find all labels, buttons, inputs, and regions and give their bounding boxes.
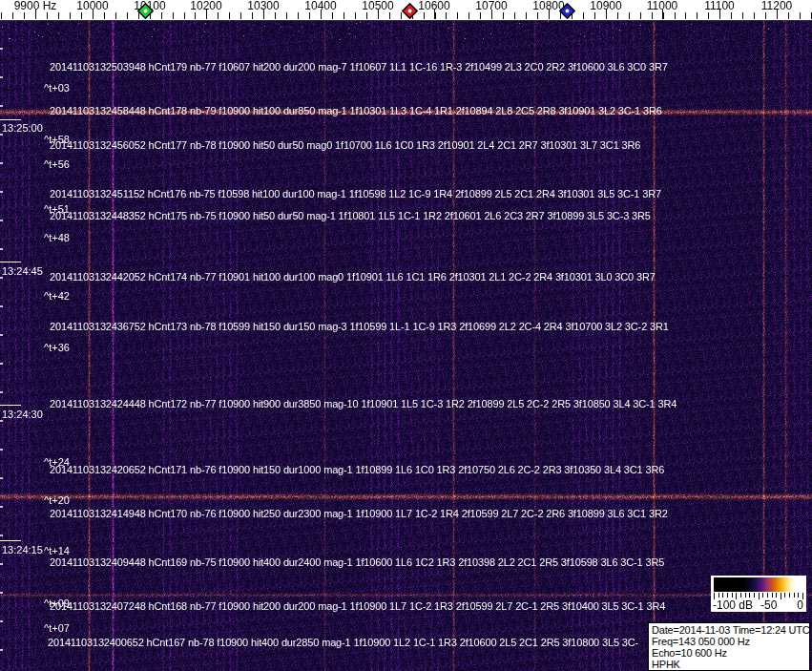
- time-offset-label: ^t+24: [44, 457, 70, 468]
- ruler-minor-tick: [70, 12, 71, 19]
- echo-data-line: 20141103132409448 hCnt169 nb-75 f10900 h…: [50, 557, 664, 568]
- ruler-minor-tick: [788, 12, 789, 19]
- ruler-minor-tick: [640, 12, 641, 19]
- left-edge-tick: [0, 535, 3, 536]
- db-tick: [722, 593, 723, 598]
- frequency-label: 11100: [704, 0, 735, 12]
- frequency-text: Freq=143 050 000 Hz: [652, 636, 809, 647]
- ruler-minor-tick: [675, 12, 676, 19]
- status-info-box: Date=2014-11-03 Time=12:24 UTC Freq=143 …: [648, 622, 810, 671]
- db-tick: [762, 593, 763, 598]
- ruler-minor-tick: [526, 12, 527, 19]
- left-edge-tick: [0, 563, 3, 565]
- ruler-minor-tick: [173, 12, 174, 19]
- time-label: 13:24:15: [2, 544, 43, 556]
- frequency-label: 10000: [76, 0, 108, 12]
- frequency-label: 10500: [362, 0, 393, 12]
- ruler-minor-tick: [240, 12, 241, 19]
- left-edge-tick: [0, 248, 3, 250]
- db-tick: [789, 593, 790, 598]
- ruler-minor-tick: [754, 12, 755, 19]
- frequency-label: 10300: [247, 0, 279, 12]
- ruler-minor-tick: [594, 12, 595, 19]
- frequency-label: 10400: [304, 0, 336, 12]
- ruler-minor-tick: [47, 12, 48, 19]
- spectrogram-app-window: 9900 Hz100001010010200103001040010500106…: [0, 0, 812, 671]
- ruler-minor-tick: [731, 12, 732, 19]
- left-edge-tick: [0, 391, 3, 393]
- ruler-minor-tick: [424, 12, 425, 19]
- ruler-minor-tick: [355, 12, 356, 19]
- ruler-minor-tick: [366, 12, 367, 19]
- echo-data-line: 20141103132448352 hCnt175 nb-75 f10900 h…: [50, 211, 651, 221]
- ruler-minor-tick: [446, 12, 447, 19]
- db-color-scale-legend: -100 dB -50 0: [711, 576, 806, 612]
- left-edge-tick: [0, 363, 3, 365]
- db-tick: [740, 593, 741, 598]
- left-edge-tick: [0, 592, 3, 594]
- echo-frequency-text: Echo=10 600 Hz: [652, 647, 809, 659]
- ruler-minor-tick: [344, 12, 344, 19]
- echo-data-line: 20141103132503948 hCnt179 nb-77 f10607 h…: [50, 62, 668, 73]
- time-offset-label: ^t+36: [44, 343, 70, 353]
- ruler-minor-tick: [765, 12, 766, 19]
- time-tick-line: [0, 262, 21, 262]
- ruler-minor-tick: [503, 12, 504, 19]
- ruler-minor-tick: [652, 12, 653, 19]
- left-edge-tick: [0, 506, 3, 508]
- station-code-text: HPHK: [652, 659, 809, 670]
- ruler-minor-tick: [468, 12, 469, 19]
- blue-marker-diamond-icon[interactable]: [559, 3, 575, 19]
- echo-data-line: 20141103132420652 hCnt171 nb-76 f10900 h…: [50, 465, 664, 475]
- time-label: 13:24:30: [2, 409, 43, 420]
- ruler-minor-tick: [583, 12, 584, 19]
- ruler-minor-tick: [115, 12, 116, 19]
- ruler-minor-tick: [332, 12, 333, 19]
- ruler-minor-tick: [252, 12, 253, 19]
- left-edge-tick: [0, 191, 3, 193]
- db-tick: [745, 593, 746, 598]
- time-offset-label: ^t+51: [44, 204, 70, 215]
- time-offset-label: ^t+56: [44, 159, 70, 170]
- ruler-minor-tick: [127, 12, 128, 19]
- green-marker-diamond-icon[interactable]: [137, 3, 154, 19]
- ruler-minor-tick: [286, 12, 287, 19]
- left-edge-tick: [0, 420, 3, 422]
- ruler-minor-tick: [514, 12, 515, 19]
- time-label: 13:25:00: [2, 122, 43, 134]
- ruler-minor-tick: [218, 12, 219, 19]
- echo-data-line: 20141103132414948 hCnt170 nb-76 f10900 h…: [50, 509, 668, 519]
- ruler-minor-tick: [58, 12, 59, 19]
- frequency-label: 10200: [190, 0, 221, 12]
- frequency-label: 10900: [590, 0, 621, 12]
- db-tick: [794, 593, 795, 598]
- time-offset-label: ^t+58: [44, 135, 70, 145]
- time-offset-label: ^t+03: [44, 83, 70, 94]
- ruler-minor-tick: [480, 12, 481, 19]
- left-edge-tick: [0, 477, 3, 479]
- ruler-minor-tick: [457, 12, 458, 19]
- db-tick: [732, 593, 733, 598]
- ruler-minor-tick: [81, 12, 82, 19]
- db-min-label: -100 dB: [713, 599, 753, 612]
- ruler-minor-tick: [708, 12, 709, 19]
- echo-data-line: 20141103132451152 hCnt176 nb-75 f10598 h…: [50, 189, 661, 199]
- left-edge-tick: [0, 620, 3, 622]
- left-edge-tick: [0, 277, 3, 279]
- time-tick-line: [0, 119, 21, 120]
- frequency-label: 10700: [475, 0, 507, 12]
- db-tick: [749, 593, 750, 598]
- time-label: 13:24:45: [2, 265, 43, 277]
- left-edge-tick: [0, 76, 3, 78]
- ruler-minor-tick: [104, 12, 105, 19]
- red-marker-diamond-icon[interactable]: [402, 3, 418, 19]
- ruler-minor-tick: [389, 12, 390, 19]
- db-tick: [759, 593, 760, 599]
- echo-data-line: 20141103132458448 hCnt178 nb-79 f10900 h…: [50, 106, 662, 116]
- waterfall-overlay: 20141103132503948 hCnt179 nb-77 f10607 h…: [0, 0, 812, 671]
- db-tick: [727, 593, 728, 598]
- frequency-label: 11200: [761, 0, 792, 12]
- ruler-minor-tick: [1, 12, 2, 19]
- left-edge-tick: [0, 134, 3, 136]
- time-offset-label: ^t+07: [44, 623, 70, 634]
